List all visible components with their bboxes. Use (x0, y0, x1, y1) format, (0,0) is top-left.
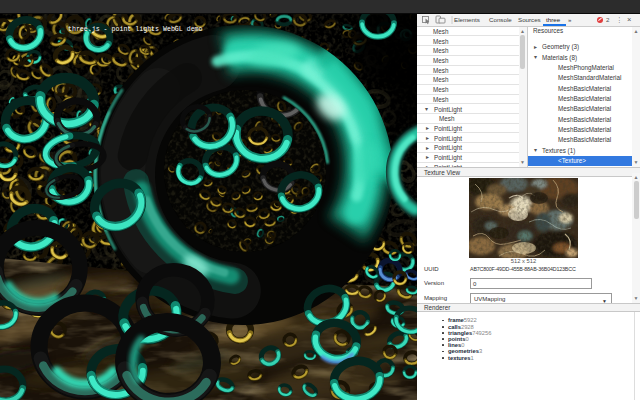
svg-text:three.js - point lights WebGL: three.js - point lights WebGL demo (68, 26, 203, 33)
